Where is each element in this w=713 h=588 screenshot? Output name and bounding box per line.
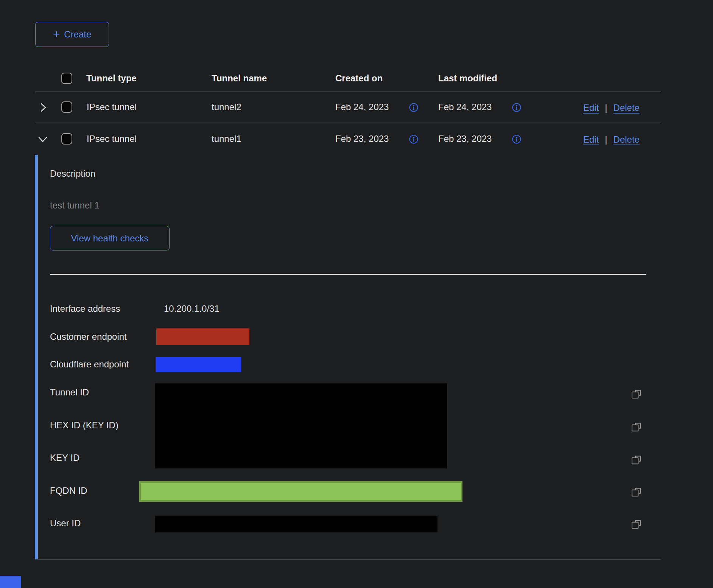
tunnel-name-cell: tunnel1 — [212, 134, 241, 144]
user-id-redaction — [155, 516, 437, 532]
copy-icon[interactable] — [630, 387, 642, 399]
field-value-interface-address: 10.200.1.0/31 — [164, 303, 220, 314]
customer-endpoint-redaction — [156, 328, 249, 345]
column-header-tunnel-name: Tunnel name — [212, 73, 267, 84]
info-icon[interactable] — [512, 103, 522, 112]
row-actions: Edit | Delete — [583, 134, 640, 145]
copy-icon[interactable] — [630, 485, 642, 497]
created-on-cell: Feb 24, 2023 — [335, 102, 389, 112]
delete-link[interactable]: Delete — [613, 134, 640, 145]
bottom-left-accent — [0, 576, 21, 588]
edit-link[interactable]: Edit — [583, 103, 599, 113]
copy-icon[interactable] — [630, 518, 642, 529]
tunnels-page: + Create Tunnel type Tunnel name Created… — [0, 0, 713, 588]
info-icon[interactable] — [409, 134, 419, 144]
tunnel-type-cell: IPsec tunnel — [87, 134, 137, 144]
field-label-key-id: KEY ID — [50, 453, 79, 463]
info-icon[interactable] — [512, 134, 522, 144]
field-label-fqdn-id: FQDN ID — [50, 485, 87, 496]
row-checkbox[interactable] — [61, 101, 72, 113]
column-header-last-modified: Last modified — [438, 73, 497, 84]
plus-icon: + — [53, 28, 60, 40]
field-label-user-id: User ID — [50, 518, 81, 529]
field-label-cloudflare-endpoint: Cloudflare endpoint — [50, 359, 129, 370]
field-label-interface-address: Interface address — [50, 303, 120, 314]
column-header-tunnel-type: Tunnel type — [86, 73, 137, 84]
description-label: Description — [50, 168, 95, 179]
action-separator: | — [605, 103, 607, 113]
create-button-label: Create — [64, 29, 91, 40]
fqdn-id-redaction — [139, 481, 462, 502]
panel-divider — [50, 274, 646, 275]
view-health-checks-button[interactable]: View health checks — [50, 226, 170, 250]
create-button[interactable]: + Create — [35, 22, 109, 47]
last-modified-cell: Feb 23, 2023 — [438, 134, 492, 144]
copy-icon[interactable] — [630, 453, 642, 465]
tunnel-type-cell: IPsec tunnel — [87, 102, 137, 112]
copy-icon[interactable] — [630, 420, 642, 432]
row-checkbox[interactable] — [61, 133, 72, 145]
created-on-cell: Feb 23, 2023 — [335, 134, 389, 144]
row-divider — [35, 123, 661, 123]
field-label-tunnel-id: Tunnel ID — [50, 387, 89, 398]
action-separator: | — [605, 134, 607, 145]
info-icon[interactable] — [409, 103, 419, 112]
chevron-right-icon[interactable] — [39, 102, 48, 113]
edit-link[interactable]: Edit — [583, 134, 599, 145]
row-actions: Edit | Delete — [583, 103, 640, 113]
chevron-down-icon[interactable] — [37, 135, 48, 144]
ids-redaction — [155, 383, 447, 468]
field-label-hex-id: HEX ID (KEY ID) — [50, 420, 118, 431]
cloudflare-endpoint-redaction — [156, 357, 241, 372]
column-header-created-on: Created on — [335, 73, 383, 84]
header-divider — [35, 92, 661, 92]
select-all-checkbox[interactable] — [61, 73, 72, 84]
description-value: test tunnel 1 — [50, 200, 100, 211]
table-bottom-divider — [35, 559, 661, 560]
field-label-customer-endpoint: Customer endpoint — [50, 331, 127, 342]
tunnel-name-cell: tunnel2 — [212, 102, 241, 112]
last-modified-cell: Feb 24, 2023 — [438, 102, 492, 112]
expanded-row-accent-bar — [35, 155, 38, 559]
delete-link[interactable]: Delete — [613, 103, 640, 113]
